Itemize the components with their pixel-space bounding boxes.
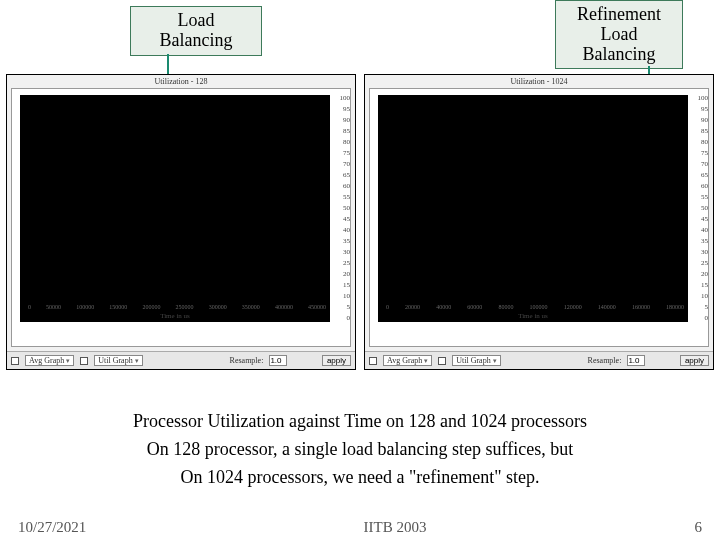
- y-tick: 5: [694, 304, 708, 311]
- resample-input[interactable]: [269, 355, 287, 366]
- y-tick: 70: [336, 161, 350, 168]
- legend-dropdown-util[interactable]: Util Graph▾: [94, 355, 142, 366]
- x-tick: 0: [28, 304, 31, 310]
- swatch-icon: [369, 357, 377, 365]
- x-tick: 250000: [176, 304, 194, 310]
- chevron-down-icon: ▾: [424, 357, 428, 365]
- x-tick: 120000: [564, 304, 582, 310]
- y-tick: 55: [336, 194, 350, 201]
- y-tick: 0: [336, 315, 350, 322]
- legend-dropdown-avg[interactable]: Avg Graph▾: [25, 355, 74, 366]
- y-tick: 35: [694, 238, 708, 245]
- apply-button[interactable]: apply: [680, 355, 709, 366]
- legend-dropdown-util[interactable]: Util Graph▾: [452, 355, 500, 366]
- y-tick: 30: [336, 249, 350, 256]
- x-tick: 450000: [308, 304, 326, 310]
- caption-line-1: Processor Utilization against Time on 12…: [40, 408, 680, 436]
- y-axis-left: 1009590858075706560555045403530252015105…: [334, 89, 350, 346]
- resample-label: Resample:: [230, 356, 264, 365]
- y-tick: 55: [694, 194, 708, 201]
- chevron-down-icon: ▾: [66, 357, 70, 365]
- plot-area-left: 0500001000001500002000002500003000003500…: [11, 88, 351, 347]
- y-tick: 45: [694, 216, 708, 223]
- y-tick: 75: [336, 150, 350, 157]
- x-tick: 160000: [632, 304, 650, 310]
- chart-title-right: Utilization - 1024: [365, 75, 713, 88]
- chevron-down-icon: ▾: [135, 357, 139, 365]
- y-tick: 15: [694, 282, 708, 289]
- y-tick: 65: [694, 172, 708, 179]
- y-tick: 25: [336, 260, 350, 267]
- y-tick: 60: [336, 183, 350, 190]
- y-tick: 85: [336, 128, 350, 135]
- y-tick: 100: [336, 95, 350, 102]
- y-tick: 95: [694, 106, 708, 113]
- footer-page-number: 6: [662, 519, 702, 536]
- x-ticks-right: 0200004000060000800001000001200001400001…: [386, 304, 684, 310]
- y-tick: 35: [336, 238, 350, 245]
- x-tick: 20000: [405, 304, 420, 310]
- caption-line-3: On 1024 processors, we need a "refinemen…: [40, 464, 680, 492]
- x-tick: 180000: [666, 304, 684, 310]
- plot-area-right: 0200004000060000800001000001200001400001…: [369, 88, 709, 347]
- y-tick: 50: [694, 205, 708, 212]
- y-tick: 65: [336, 172, 350, 179]
- legend-row-left: Avg Graph▾ Util Graph▾ Resample: apply: [7, 351, 355, 369]
- y-tick: 75: [694, 150, 708, 157]
- caption-block: Processor Utilization against Time on 12…: [40, 408, 680, 492]
- y-tick: 10: [336, 293, 350, 300]
- x-tick: 350000: [242, 304, 260, 310]
- chart-panel-128: Utilization - 128 0500001000001500002000…: [6, 74, 356, 370]
- y-tick: 30: [694, 249, 708, 256]
- x-tick: 150000: [109, 304, 127, 310]
- legend-dropdown-avg[interactable]: Avg Graph▾: [383, 355, 432, 366]
- x-tick: 50000: [46, 304, 61, 310]
- apply-button[interactable]: apply: [322, 355, 351, 366]
- x-axis-label-right: Time in us: [378, 312, 688, 320]
- y-tick: 85: [694, 128, 708, 135]
- y-tick: 40: [336, 227, 350, 234]
- x-tick: 200000: [142, 304, 160, 310]
- x-ticks-left: 0500001000001500002000002500003000003500…: [28, 304, 326, 310]
- resample-label: Resample:: [588, 356, 622, 365]
- x-tick: 100000: [530, 304, 548, 310]
- swatch-icon: [80, 357, 88, 365]
- x-tick: 60000: [467, 304, 482, 310]
- footer-date: 10/27/2021: [18, 519, 128, 536]
- x-axis-label-left: Time in us: [20, 312, 330, 320]
- y-axis-right: 1009590858075706560555045403530252015105…: [692, 89, 708, 346]
- y-tick: 0: [694, 315, 708, 322]
- chart-panels: Utilization - 128 0500001000001500002000…: [6, 74, 714, 370]
- trace-128: [20, 95, 330, 322]
- x-tick: 100000: [76, 304, 94, 310]
- y-tick: 95: [336, 106, 350, 113]
- chevron-down-icon: ▾: [493, 357, 497, 365]
- slide-footer: 10/27/2021 IITB 2003 6: [0, 519, 720, 536]
- resample-input[interactable]: [627, 355, 645, 366]
- y-tick: 50: [336, 205, 350, 212]
- swatch-icon: [438, 357, 446, 365]
- caption-line-2: On 128 processor, a single load balancin…: [40, 436, 680, 464]
- y-tick: 90: [694, 117, 708, 124]
- label-load-balancing: Load Balancing: [130, 6, 262, 56]
- y-tick: 15: [336, 282, 350, 289]
- x-tick: 300000: [209, 304, 227, 310]
- y-tick: 70: [694, 161, 708, 168]
- y-tick: 20: [336, 271, 350, 278]
- y-tick: 80: [336, 139, 350, 146]
- x-tick: 140000: [598, 304, 616, 310]
- x-tick: 0: [386, 304, 389, 310]
- y-tick: 100: [694, 95, 708, 102]
- y-tick: 80: [694, 139, 708, 146]
- footer-center: IITB 2003: [128, 519, 662, 536]
- chart-panel-1024: Utilization - 1024 020000400006000080000…: [364, 74, 714, 370]
- x-tick: 400000: [275, 304, 293, 310]
- y-tick: 10: [694, 293, 708, 300]
- x-tick: 80000: [498, 304, 513, 310]
- y-tick: 20: [694, 271, 708, 278]
- label-refinement-load-balancing: Refinement Load Balancing: [555, 0, 683, 69]
- x-tick: 40000: [436, 304, 451, 310]
- trace-1024: [378, 95, 688, 322]
- y-tick: 45: [336, 216, 350, 223]
- y-tick: 5: [336, 304, 350, 311]
